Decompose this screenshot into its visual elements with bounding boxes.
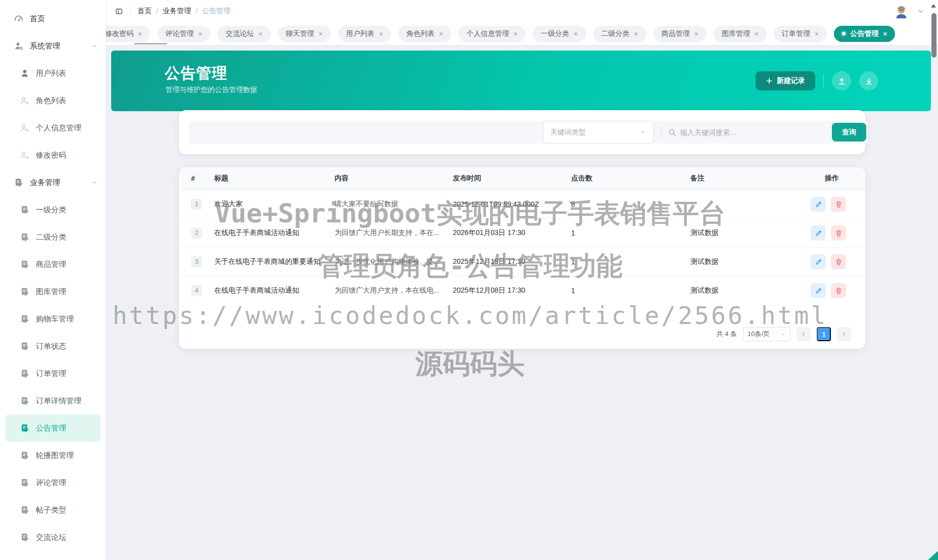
cell-content: 为回馈广大用户支持，本在线电...	[335, 286, 453, 295]
close-icon[interactable]: ×	[815, 30, 819, 37]
close-icon[interactable]: ×	[513, 30, 518, 37]
sidebar-item-order-mgmt[interactable]: 订单管理	[0, 360, 106, 387]
tab-category-level1[interactable]: 一级分类×	[533, 26, 586, 42]
delete-button[interactable]	[831, 197, 846, 212]
sidebar-item-user-list[interactable]: 用户列表	[0, 60, 106, 87]
keyword-type-select[interactable]: 关键词类型	[543, 121, 654, 144]
close-icon[interactable]: ×	[198, 30, 202, 37]
tab-label: 订单管理	[782, 29, 810, 38]
tab-user-list[interactable]: 用户列表×	[338, 26, 391, 42]
close-icon[interactable]: ×	[439, 30, 443, 37]
trash-icon	[835, 258, 842, 266]
column-header-index: #	[191, 174, 214, 182]
sidebar-item-label: 商品管理	[36, 260, 66, 269]
prev-page-button[interactable]	[796, 327, 811, 341]
tab-label: 角色列表	[406, 29, 435, 38]
tab-comment-mgmt[interactable]: 评论管理×	[157, 26, 210, 42]
close-icon[interactable]: ×	[138, 30, 142, 37]
query-button[interactable]: 查询	[832, 123, 866, 142]
sidebar-item-order-detail-mgmt[interactable]: 订单详情管理	[0, 387, 106, 414]
tab-gallery-mgmt[interactable]: 图库管理×	[714, 26, 767, 42]
breadcrumb-business-mgmt[interactable]: 业务管理	[163, 7, 191, 16]
close-icon[interactable]: ×	[634, 30, 638, 37]
sidebar-item-order-status[interactable]: 订单状态	[0, 333, 106, 360]
sidebar-item-label: 购物车管理	[36, 314, 74, 324]
user-list-icon	[20, 123, 29, 132]
sidebar-item-change-password[interactable]: 修改密码	[0, 142, 106, 169]
gauge-icon	[14, 14, 23, 23]
plus-icon	[766, 77, 773, 84]
close-icon[interactable]: ×	[883, 30, 887, 37]
edit-button[interactable]	[811, 283, 826, 298]
sidebar-item-system-mgmt[interactable]: 系统管理	[0, 32, 106, 60]
page-subtitle: 管理与维护您的公告管理数据	[165, 85, 257, 95]
cell-content: 请大家不要乱写数据	[335, 200, 453, 209]
tab-change-password[interactable]: 修改密码×	[106, 26, 150, 42]
tab-announcement-mgmt[interactable]: 公告管理×	[834, 26, 895, 42]
sidebar-item-gallery-mgmt[interactable]: 图库管理	[0, 278, 106, 305]
delete-button[interactable]	[831, 225, 846, 241]
chevron-left-icon	[801, 331, 807, 337]
edit-button[interactable]	[811, 254, 826, 269]
tabs-scrollbar-thumb[interactable]	[134, 43, 167, 44]
close-icon[interactable]: ×	[755, 30, 759, 37]
sidebar-item-post-type[interactable]: 帖子类型	[0, 496, 106, 524]
sidebar-item-announcement-mgmt[interactable]: 公告管理	[5, 414, 101, 442]
export-button[interactable]	[859, 71, 878, 90]
edit-button[interactable]	[811, 197, 826, 212]
trash-icon	[835, 229, 842, 237]
tab-order-mgmt[interactable]: 订单管理×	[774, 26, 827, 42]
sidebar-item-product-mgmt[interactable]: 商品管理	[0, 251, 106, 278]
delete-button[interactable]	[831, 283, 846, 298]
tab-label: 用户列表	[346, 29, 374, 38]
sidebar-item-label: 二级分类	[36, 232, 66, 242]
doc-edit-icon	[20, 478, 29, 487]
breadcrumb-home[interactable]: 首页	[137, 7, 152, 16]
row-actions	[811, 225, 853, 241]
column-header-publish-time: 发布时间	[453, 174, 571, 183]
doc-edit-icon	[20, 232, 29, 242]
sidebar-item-role-list[interactable]: 角色列表	[0, 87, 106, 114]
page-size-select[interactable]: 10条/页	[743, 327, 790, 341]
user-menu-chevron-down-icon[interactable]	[917, 8, 924, 15]
user-avatar[interactable]	[893, 3, 910, 19]
search-panel: 关键词类型 查询	[179, 110, 865, 154]
sidebar-item-home[interactable]: 首页	[0, 5, 106, 32]
sidebar-item-comment-mgmt[interactable]: 评论管理	[0, 469, 106, 496]
sidebar: 首页 系统管理 用户列表 角色列表 个人信息管理 修改密码 业务管理 一级分类 …	[0, 0, 106, 560]
user-icon	[20, 69, 29, 78]
sidebar-item-cart-mgmt[interactable]: 购物车管理	[0, 305, 106, 333]
scrollbar-up-arrow[interactable]	[931, 4, 936, 8]
tab-forum[interactable]: 交流论坛×	[217, 26, 270, 42]
sidebar-collapse-icon[interactable]	[115, 8, 123, 15]
close-icon[interactable]: ×	[694, 30, 698, 37]
delete-button[interactable]	[831, 254, 846, 269]
close-icon[interactable]: ×	[574, 30, 578, 37]
row-actions	[811, 254, 853, 269]
sidebar-item-business-mgmt[interactable]: 业务管理	[0, 169, 106, 196]
edit-button[interactable]	[811, 225, 826, 241]
sidebar-item-label: 角色列表	[36, 96, 66, 106]
current-page-button[interactable]: 1	[817, 327, 831, 341]
sidebar-item-banner-mgmt[interactable]: 轮播图管理	[0, 442, 106, 469]
tab-chat-mgmt[interactable]: 聊天管理×	[278, 26, 331, 42]
tab-category-level2[interactable]: 二级分类×	[593, 26, 646, 42]
tab-role-list[interactable]: 角色列表×	[398, 26, 451, 42]
keyword-search-input[interactable]	[680, 128, 832, 136]
cell-publish-time: 2025-12-01T09:59:43.000Z	[453, 200, 571, 208]
close-icon[interactable]: ×	[379, 30, 383, 37]
new-record-button[interactable]: 新建记录	[756, 71, 815, 90]
pencil-icon	[815, 229, 822, 237]
import-button[interactable]	[832, 71, 851, 90]
close-icon[interactable]: ×	[319, 30, 323, 37]
tab-profile-mgmt[interactable]: 个人信息管理×	[458, 26, 526, 42]
cell-remark: 测试数据	[690, 228, 811, 238]
sidebar-item-forum[interactable]: 交流论坛	[0, 524, 106, 551]
tab-product-mgmt[interactable]: 商品管理×	[653, 26, 707, 42]
sidebar-item-profile-mgmt[interactable]: 个人信息管理	[0, 114, 106, 142]
close-icon[interactable]: ×	[258, 30, 262, 37]
sidebar-item-category-level1[interactable]: 一级分类	[0, 196, 106, 223]
next-page-button[interactable]	[837, 327, 851, 341]
vertical-scrollbar-thumb[interactable]	[931, 13, 936, 58]
sidebar-item-category-level2[interactable]: 二级分类	[0, 223, 106, 251]
